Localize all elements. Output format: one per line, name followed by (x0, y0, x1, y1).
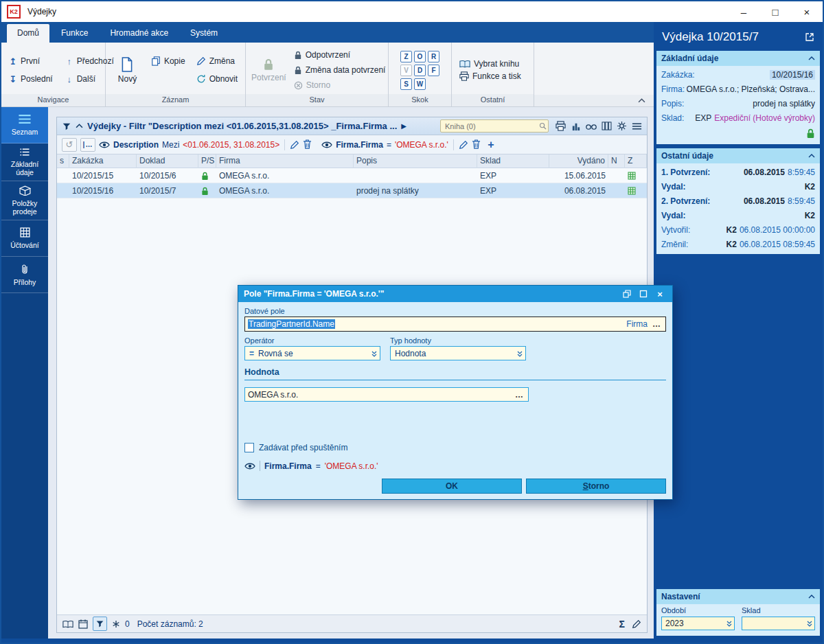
jump-button-s[interactable]: S (400, 78, 412, 90)
column-header-vydano[interactable]: Vydáno (549, 154, 608, 168)
sidebar-item-prilohy[interactable]: Přílohy (1, 257, 48, 293)
field-value: K2 (805, 211, 815, 220)
change-confirm-date-button[interactable]: Změna data potvrzení (292, 64, 388, 77)
maximize-button[interactable]: □ (759, 1, 791, 22)
jump-button-z[interactable]: Z (400, 51, 412, 62)
edit-button[interactable]: Změna (194, 53, 240, 69)
collapse-chevron-icon[interactable] (76, 124, 83, 128)
minimize-button[interactable]: – (728, 1, 759, 22)
open-external-icon[interactable] (805, 32, 814, 42)
delete-condition-1-icon[interactable] (303, 139, 312, 150)
ribbon-collapse-icon[interactable] (638, 98, 645, 103)
first-button[interactable]: ↥ První (7, 53, 55, 69)
field-row-sklad: Sklad: EXP Expediční (Hotové výrobky) (656, 111, 820, 125)
dialog-close-icon[interactable]: × (653, 288, 667, 300)
table-row[interactable]: 10/2015/15 10/2015/6 OMEGA s.r.o. EXP 15… (57, 168, 647, 183)
add-condition-button[interactable]: + (484, 138, 498, 152)
chart-icon[interactable] (571, 121, 581, 131)
ok-button[interactable]: OK (382, 479, 522, 494)
unconfirm-button[interactable]: Odpotvrzení (292, 49, 388, 62)
table-row-selected[interactable]: 10/2015/16 10/2015/7 OMEGA s.r.o. prodej… (57, 183, 647, 198)
column-header-n[interactable]: N (608, 154, 625, 168)
eye-icon-2[interactable] (321, 141, 332, 149)
storno-button[interactable]: Storno (526, 479, 666, 494)
jump-button-d[interactable]: D (414, 65, 426, 76)
column-header-ps[interactable]: P/S (198, 154, 216, 168)
operator-select[interactable]: = Rovná se (244, 346, 380, 360)
edit-condition-1-icon[interactable] (290, 140, 299, 150)
column-header-z[interactable]: Z (625, 154, 647, 168)
edit-condition-2-icon[interactable] (459, 140, 468, 150)
prompt-before-run-checkbox[interactable] (244, 443, 254, 452)
pencil-icon (196, 56, 206, 66)
value-ellipsis-button[interactable]: … (514, 390, 525, 400)
browse-ellipsis-button[interactable]: … (651, 319, 663, 329)
jump-button-v[interactable]: V (400, 65, 412, 76)
tab-funkce[interactable]: Funkce (51, 24, 98, 43)
delete-condition-2-icon[interactable] (472, 139, 481, 150)
column-header-doklad[interactable]: Doklad (137, 154, 198, 168)
jump-button-o[interactable]: O (414, 51, 426, 62)
select-book-button[interactable]: Vybrat knihu (457, 59, 523, 69)
sidebar-item-seznam[interactable]: Seznam (1, 107, 48, 143)
edit-pencil-icon[interactable] (632, 619, 641, 629)
menu-icon[interactable] (632, 122, 642, 130)
section-header-nastaveni[interactable]: Nastavení (656, 589, 820, 604)
kniha-input[interactable] (440, 119, 549, 133)
obdobi-label: Období (661, 606, 735, 614)
jump-button-f[interactable]: F (428, 65, 439, 76)
preview-op: = (316, 461, 321, 471)
value-type-select[interactable]: Hodnota (390, 346, 526, 360)
sidebar-item-zakladni-udaje[interactable]: Základní údaje (1, 143, 48, 181)
value-input[interactable]: OMEGA s.r.o. … (244, 387, 529, 402)
sidebar-item-polozky-prodeje[interactable]: Položky prodeje (1, 181, 48, 220)
sidebar-item-uctovani[interactable]: Účtování (1, 220, 48, 257)
tab-system[interactable]: Systém (180, 24, 228, 43)
tab-hromadne-akce[interactable]: Hromadné akce (100, 24, 179, 43)
refresh-button[interactable]: Obnovit (194, 71, 240, 87)
snowflake-icon[interactable] (112, 620, 120, 628)
sklad-select[interactable] (742, 617, 815, 630)
print-icon[interactable] (556, 121, 566, 131)
cell-sklad: EXP (477, 183, 549, 198)
expand-play-icon[interactable]: ▶ (401, 122, 407, 130)
eye-icon-1[interactable] (99, 141, 110, 149)
detail-panel-title: Výdejka 10/2015/7 (662, 30, 759, 44)
cell-zakazka: 10/2015/15 (69, 168, 137, 183)
functions-print-button[interactable]: Funkce a tisk (457, 71, 523, 81)
tab-domu[interactable]: Domů (7, 24, 49, 43)
obdobi-select[interactable]: 2023 (661, 617, 735, 630)
column-header-zakazka[interactable]: Zakázka (69, 154, 137, 168)
filter-funnel-icon[interactable] (62, 122, 71, 131)
columns-icon[interactable] (602, 122, 612, 130)
section-header-ostatni[interactable]: Ostatní údaje (656, 148, 820, 163)
column-header-popis[interactable]: Popis (354, 154, 477, 168)
lock-icon-disabled (263, 58, 274, 71)
dialog-maximize-icon[interactable] (637, 288, 650, 300)
column-header-sklad[interactable]: Sklad (477, 154, 549, 168)
confirm-button[interactable]: Potvrzení (251, 46, 286, 94)
sum-icon[interactable]: Σ (619, 619, 625, 630)
last-button[interactable]: ↧ Poslední (7, 71, 55, 87)
storno-button[interactable]: Storno (292, 79, 388, 92)
data-field-input[interactable]: TradingPartnerId.Name Firma … (244, 317, 666, 332)
copy-button[interactable]: Kopie (149, 53, 187, 69)
undo-button[interactable]: ↺ (62, 138, 77, 152)
binoculars-icon[interactable] (586, 122, 597, 130)
close-button[interactable]: × (791, 1, 823, 22)
gear-icon[interactable] (617, 121, 627, 131)
column-header-s[interactable]: s (57, 154, 69, 168)
jump-button-w[interactable]: W (414, 78, 426, 90)
new-record-button[interactable]: Nový (111, 46, 144, 94)
field-list-button[interactable]: |… (80, 138, 95, 152)
functions-print-label: Funkce a tisk (472, 71, 521, 81)
detail-list-icon (19, 148, 30, 157)
section-header-zakladni[interactable]: Základní údaje (656, 51, 820, 66)
condition-2-op: = (387, 140, 391, 150)
filter-active-toggle[interactable] (93, 617, 107, 631)
jump-button-r[interactable]: R (428, 51, 439, 62)
pages-icon[interactable] (62, 620, 73, 628)
calendar-icon[interactable] (78, 619, 88, 629)
dialog-restore-icon[interactable] (620, 288, 634, 300)
column-header-firma[interactable]: Firma (216, 154, 354, 168)
